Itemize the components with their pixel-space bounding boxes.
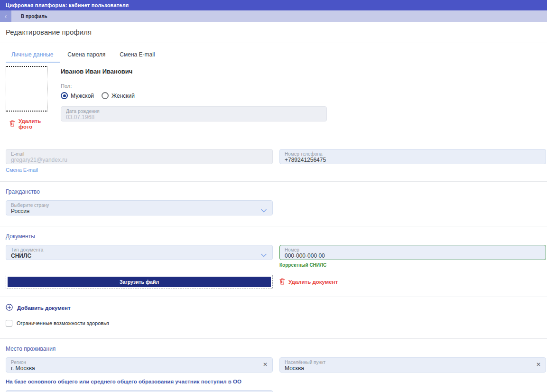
photo-column: Удалить фото <box>6 66 55 130</box>
change-email-link[interactable]: Смена E-mail <box>6 167 38 173</box>
doc-number-label: Номер <box>285 247 541 252</box>
email-value: gregary21@yandex.ru <box>11 157 268 163</box>
snils-validation-message: Корректный СНИЛС <box>279 262 546 268</box>
region-column: Регион г. Москва ✕ <box>6 357 273 373</box>
phone-field[interactable]: Номер телефона +789241256475 <box>279 149 546 164</box>
photo-placeholder[interactable] <box>6 66 47 112</box>
plus-circle-icon <box>6 304 13 312</box>
chevron-down-icon <box>261 206 267 215</box>
city-value: Москва <box>285 365 541 372</box>
city-label: Населённый пункт <box>285 360 541 365</box>
birth-date-field: Дата рождения 03.07.1968 <box>61 106 327 121</box>
region-value: г. Москва <box>11 365 268 372</box>
contacts-row: E-mail gregary21@yandex.ru Смена E-mail … <box>6 149 546 174</box>
trash-icon <box>279 278 285 286</box>
breadcrumb-bar: ‹ В профиль <box>0 10 547 22</box>
doc-number-column: Номер 000-000-000 00 Корректный СНИЛС <box>279 245 546 268</box>
country-select-value: Россия <box>11 208 268 215</box>
radio-unselected-icon <box>102 92 109 99</box>
country-select-label: Выберите страну <box>11 203 268 208</box>
gender-label: Пол: <box>61 83 546 89</box>
back-button[interactable]: ‹ <box>0 10 11 22</box>
add-document-label: Добавить документ <box>17 305 71 311</box>
region-label: Регион <box>11 360 268 365</box>
divider <box>0 226 547 226</box>
person-column: Иванов Иван Иванович Пол: Мужской Женски… <box>61 66 546 130</box>
divider <box>0 136 547 136</box>
disability-checkbox-label: Ограниченные возможности здоровья <box>17 320 109 326</box>
doc-type-column: Тип документа СНИЛС <box>6 245 273 268</box>
doc-number-value: 000-000-000 00 <box>285 252 541 259</box>
doc-type-value: СНИЛС <box>11 252 268 259</box>
app-title: Цифровая платформа: кабинет пользователя <box>6 2 129 8</box>
delete-photo-button[interactable]: Удалить фото <box>9 118 55 130</box>
person-full-name: Иванов Иван Иванович <box>61 68 546 75</box>
clear-icon[interactable]: ✕ <box>536 362 541 367</box>
education-note: На базе основного общего или среднего об… <box>6 379 546 384</box>
disability-checkbox-row[interactable]: Ограниченные возможности здоровья <box>6 320 546 327</box>
grades-select[interactable]: Количество классов до поступления в ОО 9 <box>6 390 273 392</box>
divider <box>0 338 547 339</box>
tab-bar: Личные данные Смена пароля Смена E-mail <box>6 49 546 63</box>
email-label: E-mail <box>11 151 268 157</box>
phone-label: Номер телефона <box>285 151 541 157</box>
delete-photo-label: Удалить фото <box>19 118 55 130</box>
city-column: Населённый пункт Москва ✕ <box>279 357 546 373</box>
app-header-bar: Цифровая платформа: кабинет пользователя <box>0 0 547 10</box>
divider <box>0 181 547 182</box>
radio-female[interactable]: Женский <box>102 92 135 99</box>
city-field[interactable]: Населённый пункт Москва ✕ <box>279 357 546 373</box>
tab-personal-data[interactable]: Личные данные <box>6 49 60 63</box>
gender-radio-group: Мужской Женский <box>61 92 546 99</box>
delete-document-button[interactable]: Удалить документ <box>279 278 546 286</box>
radio-selected-icon <box>61 92 68 99</box>
region-field[interactable]: Регион г. Москва ✕ <box>6 357 273 373</box>
trash-icon <box>9 120 15 128</box>
document-row: Тип документа СНИЛС Номер 000-000-000 00… <box>6 245 546 268</box>
residence-section-title: Место проживания <box>6 345 546 352</box>
tab-change-password[interactable]: Смена пароля <box>60 49 112 63</box>
tab-change-email[interactable]: Смена E-mail <box>112 49 162 63</box>
divider <box>0 297 547 297</box>
documents-section-title: Документы <box>6 233 546 240</box>
upload-dropzone[interactable]: Загрузить файл <box>6 275 273 289</box>
upload-column: Загрузить файл <box>6 275 273 289</box>
radio-male-label: Мужской <box>71 93 94 99</box>
delete-document-label: Удалить документ <box>288 279 338 285</box>
email-field: E-mail gregary21@yandex.ru <box>6 149 273 164</box>
email-column: E-mail gregary21@yandex.ru Смена E-mail <box>6 149 273 174</box>
country-select[interactable]: Выберите страну Россия <box>6 200 273 215</box>
clear-icon[interactable]: ✕ <box>263 362 268 367</box>
doc-type-label: Тип документа <box>11 247 268 252</box>
phone-column: Номер телефона +789241256475 <box>279 149 546 174</box>
doc-number-field[interactable]: Номер 000-000-000 00 <box>279 245 546 260</box>
page-content: Редактирование профиля Личные данные Сме… <box>0 28 547 392</box>
chevron-down-icon <box>261 251 267 259</box>
divider <box>0 43 547 43</box>
add-document-button[interactable]: Добавить документ <box>6 304 546 312</box>
birth-date-value: 03.07.1968 <box>66 114 322 121</box>
back-to-profile-link[interactable]: В профиль <box>21 14 47 19</box>
phone-value: +789241256475 <box>285 157 541 163</box>
doc-type-select[interactable]: Тип документа СНИЛС <box>6 245 273 260</box>
page-title: Редактирование профиля <box>6 28 546 36</box>
checkbox-unchecked-icon[interactable] <box>6 320 12 327</box>
radio-male[interactable]: Мужской <box>61 92 94 99</box>
upload-row: Загрузить файл Удалить документ <box>6 275 546 289</box>
chevron-left-icon: ‹ <box>5 12 7 19</box>
citizenship-section-title: Гражданство <box>6 188 546 195</box>
photo-section: Удалить фото Иванов Иван Иванович Пол: М… <box>6 66 546 130</box>
birth-date-label: Дата рождения <box>66 109 322 114</box>
radio-female-label: Женский <box>111 93 135 99</box>
residence-row: Регион г. Москва ✕ Населённый пункт Моск… <box>6 357 546 373</box>
upload-file-button[interactable]: Загрузить файл <box>8 277 271 287</box>
delete-doc-column: Удалить документ <box>279 275 546 289</box>
